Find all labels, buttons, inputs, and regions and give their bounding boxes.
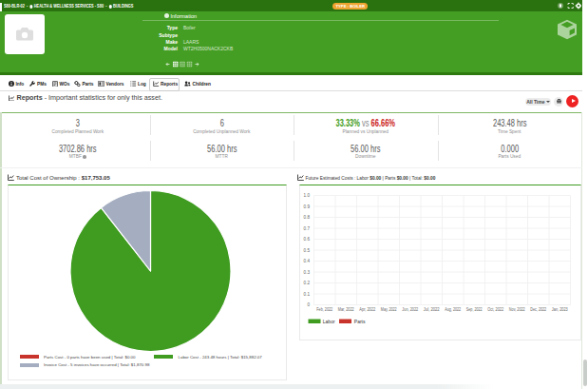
svg-text:Jul, 2022: Jul, 2022: [423, 307, 439, 312]
svg-text:0.1: 0.1: [303, 291, 310, 296]
svg-text:0.6: 0.6: [303, 237, 310, 242]
svg-text:0.9: 0.9: [303, 204, 310, 208]
svg-text:Mar, 2022: Mar, 2022: [337, 307, 353, 312]
svg-text:Oct, 2022: Oct, 2022: [487, 307, 503, 312]
svg-text:Feb, 2022: Feb, 2022: [316, 307, 332, 312]
svg-text:0.7: 0.7: [303, 225, 310, 230]
svg-text:0.4: 0.4: [303, 259, 310, 263]
svg-text:May, 2022: May, 2022: [380, 307, 396, 312]
svg-text:0.8: 0.8: [303, 215, 310, 220]
svg-text:0.5: 0.5: [303, 247, 310, 252]
svg-text:Jan, 2023: Jan, 2023: [551, 307, 567, 312]
svg-text:Sep, 2022: Sep, 2022: [465, 307, 482, 312]
svg-text:Jun, 2022: Jun, 2022: [402, 307, 418, 312]
svg-text:1.0: 1.0: [303, 193, 310, 198]
svg-text:Labor: Labor: [322, 318, 334, 323]
svg-text:0.2: 0.2: [303, 281, 310, 285]
svg-text:Nov, 2022: Nov, 2022: [508, 307, 524, 312]
svg-text:Dec, 2022: Dec, 2022: [530, 307, 546, 312]
svg-text:0: 0: [307, 302, 310, 307]
svg-text:Aug, 2022: Aug, 2022: [445, 307, 461, 312]
svg-text:0.3: 0.3: [303, 269, 310, 274]
svg-text:Parts: Parts: [353, 318, 365, 323]
svg-text:Apr, 2022: Apr, 2022: [359, 307, 375, 312]
